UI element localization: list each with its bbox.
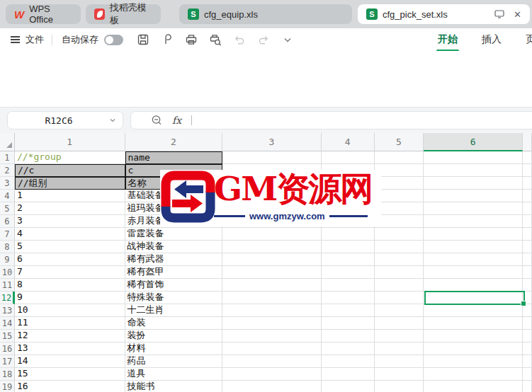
formula-input[interactable]: fx xyxy=(130,111,532,129)
cell-r10c4[interactable] xyxy=(322,266,375,279)
cell-r11c5[interactable] xyxy=(375,279,424,292)
cell-r12c1[interactable]: 9 xyxy=(15,292,125,304)
cell-partial[interactable] xyxy=(523,381,532,392)
cell-r19c6[interactable] xyxy=(424,381,523,392)
cell-r6c6[interactable] xyxy=(424,215,523,228)
cell-partial[interactable] xyxy=(523,330,532,342)
cell-r7c2[interactable]: 雷霆装备 xyxy=(125,228,223,241)
print-icon[interactable] xyxy=(183,31,200,48)
tab-docer-template[interactable]: 找稻壳模板 xyxy=(86,4,161,24)
cell-r18c4[interactable] xyxy=(322,368,375,381)
cell-r17c4[interactable] xyxy=(322,355,375,368)
cell-partial[interactable] xyxy=(523,355,532,368)
column-header-2[interactable]: 2 xyxy=(125,133,223,151)
cell-r10c1[interactable]: 7 xyxy=(15,266,125,279)
row-header-15[interactable]: 15 xyxy=(0,330,15,342)
cell-r3c6[interactable] xyxy=(424,177,523,190)
row-header-6[interactable]: 6 xyxy=(0,215,15,228)
cell-r19c5[interactable] xyxy=(375,381,424,392)
cell-r1c6[interactable] xyxy=(424,151,523,164)
cell-r15c2[interactable]: 装扮 xyxy=(125,330,223,342)
cell-r13c1[interactable]: 10 xyxy=(15,304,125,317)
column-header-4[interactable]: 4 xyxy=(322,133,375,151)
row-header-19[interactable]: 19 xyxy=(0,381,15,392)
autosave-toggle[interactable] xyxy=(104,35,123,45)
cell-partial[interactable] xyxy=(523,279,532,292)
cell-r13c2[interactable]: 十二生肖 xyxy=(125,304,223,317)
row-header-14[interactable]: 14 xyxy=(0,317,15,330)
cell-r19c4[interactable] xyxy=(322,381,375,392)
row-header-8[interactable]: 8 xyxy=(0,241,15,253)
save-icon[interactable] xyxy=(135,31,152,48)
row-header-3[interactable]: 3 xyxy=(0,177,15,190)
row-header-1[interactable]: 1 xyxy=(0,151,15,164)
column-header-partial[interactable] xyxy=(523,133,532,151)
cell-r9c5[interactable] xyxy=(375,253,424,266)
cell-r7c3[interactable] xyxy=(222,228,322,241)
cell-partial[interactable] xyxy=(523,342,532,355)
cell-r13c6[interactable] xyxy=(424,304,523,317)
row-header-4[interactable]: 4 xyxy=(0,190,15,202)
cell-r6c5[interactable] xyxy=(375,215,424,228)
cell-partial[interactable] xyxy=(523,215,532,228)
select-all-corner[interactable] xyxy=(0,133,15,151)
cell-r4c6[interactable] xyxy=(424,190,523,202)
cell-partial[interactable] xyxy=(523,266,532,279)
row-header-16[interactable]: 16 xyxy=(0,342,15,355)
row-header-10[interactable]: 10 xyxy=(0,266,15,279)
cell-r2c1[interactable]: //c xyxy=(15,164,125,177)
cell-r14c3[interactable] xyxy=(222,317,322,330)
cell-r19c1[interactable]: 16 xyxy=(15,381,125,392)
cell-partial[interactable] xyxy=(523,177,532,190)
cell-r11c3[interactable] xyxy=(222,279,322,292)
cell-r16c6[interactable] xyxy=(424,342,523,355)
cell-r9c6[interactable] xyxy=(424,253,523,266)
cell-r7c1[interactable]: 4 xyxy=(15,228,125,241)
column-header-6[interactable]: 6 xyxy=(424,133,523,151)
cell-r15c4[interactable] xyxy=(322,330,375,342)
cell-partial[interactable] xyxy=(523,368,532,381)
zoom-icon[interactable] xyxy=(151,115,162,126)
cell-r17c6[interactable] xyxy=(424,355,523,368)
undo-icon[interactable] xyxy=(231,31,248,48)
cell-r16c4[interactable] xyxy=(322,342,375,355)
cell-r10c6[interactable] xyxy=(424,266,523,279)
cell-r8c3[interactable] xyxy=(222,241,322,253)
cell-r15c3[interactable] xyxy=(222,330,322,342)
cell-r10c2[interactable]: 稀有盔甲 xyxy=(125,266,223,279)
cell-r8c4[interactable] xyxy=(322,241,375,253)
cell-r11c1[interactable]: 8 xyxy=(15,279,125,292)
cell-r17c5[interactable] xyxy=(375,355,424,368)
close-tab-icon[interactable]: ✕ xyxy=(514,9,521,20)
cell-r1c4[interactable] xyxy=(322,151,375,164)
row-header-17[interactable]: 17 xyxy=(0,355,15,368)
cell-r2c5[interactable] xyxy=(375,164,424,177)
cell-r14c4[interactable] xyxy=(322,317,375,330)
cell-r5c6[interactable] xyxy=(424,202,523,215)
cell-partial[interactable] xyxy=(523,228,532,241)
column-header-3[interactable]: 3 xyxy=(222,133,322,151)
cell-r2c6[interactable] xyxy=(424,164,523,177)
cell-r4c1[interactable]: 1 xyxy=(15,190,125,202)
cell-r1c1[interactable]: //*group xyxy=(15,151,125,164)
cell-partial[interactable] xyxy=(523,190,532,202)
monitor-icon[interactable] xyxy=(494,10,504,18)
cell-r9c4[interactable] xyxy=(322,253,375,266)
tab-insert[interactable]: 插入 xyxy=(480,30,503,50)
cell-r1c5[interactable] xyxy=(375,151,424,164)
cell-r11c2[interactable]: 稀有首饰 xyxy=(125,279,223,292)
cell-r15c5[interactable] xyxy=(375,330,424,342)
row-header-13[interactable]: 13 xyxy=(0,304,15,317)
name-box[interactable]: R12C6 xyxy=(7,111,123,129)
cell-r10c3[interactable] xyxy=(222,266,322,279)
cell-r16c5[interactable] xyxy=(375,342,424,355)
cell-r18c6[interactable] xyxy=(424,368,523,381)
tab-wps-home[interactable]: W WPS Office xyxy=(6,4,81,24)
cell-partial[interactable] xyxy=(523,317,532,330)
chevron-down-icon[interactable] xyxy=(279,31,296,48)
cell-partial[interactable] xyxy=(523,151,532,164)
cell-r18c1[interactable]: 15 xyxy=(15,368,125,381)
selected-cell-outline[interactable] xyxy=(424,291,525,305)
row-header-18[interactable]: 18 xyxy=(0,368,15,381)
cell-r7c4[interactable] xyxy=(322,228,375,241)
